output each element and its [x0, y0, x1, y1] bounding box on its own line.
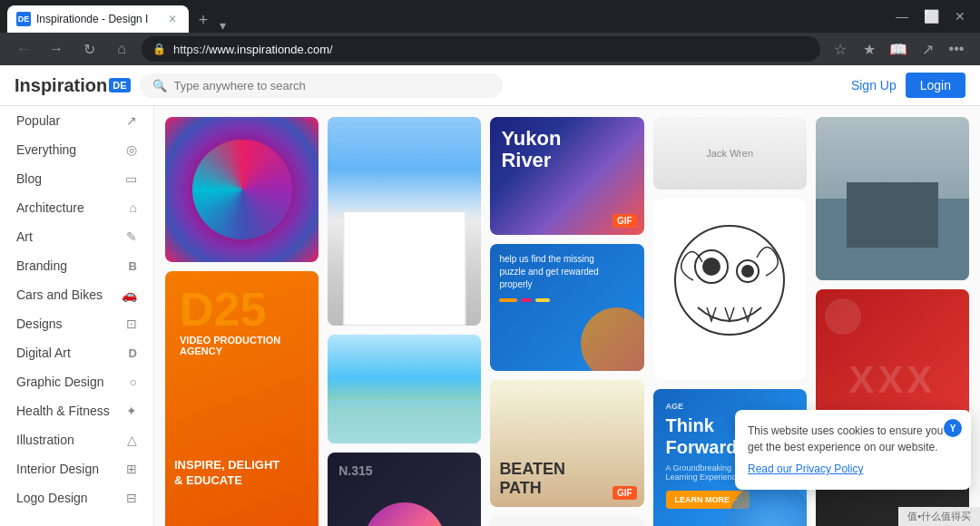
maximize-button[interactable]: ⬜: [918, 4, 944, 29]
lock-icon: 🔒: [152, 43, 166, 55]
sidebar-item-branding[interactable]: Branding B: [0, 251, 153, 280]
card-jack-wren[interactable]: Jack Wren: [653, 117, 807, 190]
popular-icon: ↗: [126, 113, 137, 128]
active-tab[interactable]: DE Inspirationde - Design I ✕: [7, 5, 189, 33]
forward-button[interactable]: →: [44, 36, 69, 62]
tab-favicon: DE: [16, 12, 31, 26]
signup-button[interactable]: Sign Up: [851, 78, 897, 93]
blog-icon: ▭: [125, 171, 137, 186]
tab-title: Inspirationde - Design I: [36, 13, 148, 25]
graphic-design-icon: ○: [130, 375, 137, 389]
bookmark-icons: ☆ ★ 📖 ↗ •••: [828, 36, 969, 62]
sidebar-item-graphic-design[interactable]: Graphic Design ○: [0, 367, 153, 396]
back-button[interactable]: ←: [11, 36, 36, 62]
site-logo: Inspiration DE: [15, 75, 131, 96]
reader-button[interactable]: 📖: [886, 36, 911, 62]
site-header: Inspiration DE 🔍 Sign Up Login: [0, 65, 980, 106]
health-icon: ✦: [126, 404, 137, 418]
address-text: https://www.inspirationde.com/: [173, 43, 809, 56]
search-icon: 🔍: [152, 79, 167, 93]
address-input[interactable]: 🔒 https://www.inspirationde.com/: [142, 36, 820, 62]
branding-icon: B: [129, 259, 137, 273]
minimize-button[interactable]: —: [889, 4, 915, 29]
privacy-policy-link[interactable]: Read our Privacy Policy: [748, 463, 863, 475]
architecture-icon: ⌂: [130, 200, 137, 215]
cookie-logo-icon: Y: [944, 419, 962, 437]
search-bar[interactable]: 🔍: [140, 73, 503, 98]
sidebar-item-logo[interactable]: Logo Design ⊟: [0, 483, 153, 512]
logo-text: Inspiration: [15, 75, 107, 96]
card-yukon-river[interactable]: YukonRiver GIF: [490, 117, 643, 235]
tab-dropdown-button[interactable]: ▾: [220, 18, 226, 33]
sidebar-item-blog[interactable]: Blog ▭: [0, 164, 153, 193]
sidebar-item-art[interactable]: Art ✎: [0, 222, 153, 251]
card-architecture-pool[interactable]: [328, 335, 481, 443]
close-window-button[interactable]: ✕: [947, 4, 973, 29]
search-input[interactable]: [174, 79, 490, 93]
address-bar: ← → ↻ ⌂ 🔒 https://www.inspirationde.com/…: [0, 33, 980, 65]
cookie-text: This website uses cookies to ensure you …: [748, 423, 958, 455]
sidebar-item-cars[interactable]: Cars and Bikes 🚗: [0, 280, 153, 309]
sidebar-item-illustration[interactable]: Illustration △: [0, 425, 153, 454]
sidebar-item-everything[interactable]: Everything ◎: [0, 135, 153, 164]
card-d25-agency[interactable]: D25 VIDEO PRODUCTIONAGENCY SERVICES DSLA…: [165, 271, 318, 526]
sidebar-item-architecture[interactable]: Architecture ⌂: [0, 193, 153, 222]
sidebar-item-interior-design[interactable]: Interior Design ⊞: [0, 454, 153, 483]
bookmark-button[interactable]: ☆: [828, 36, 853, 62]
sidebar: Popular ↗ Everything ◎ Blog ▭ Architectu…: [0, 106, 154, 526]
interior-icon: ⊞: [126, 462, 137, 476]
sidebar-item-digital-art[interactable]: Digital Art D: [0, 338, 153, 367]
digital-art-icon: D: [129, 346, 137, 360]
logo-badge: DE: [109, 78, 130, 93]
card-beaten-path[interactable]: BEATENPATH GIF: [490, 380, 643, 507]
favorites-button[interactable]: ★: [857, 36, 882, 62]
card-n315[interactable]: N.315: [328, 453, 481, 526]
sidebar-nav: Popular ↗ Everything ◎ Blog ▭ Architectu…: [0, 106, 153, 526]
illustration-icon: △: [127, 433, 137, 447]
sidebar-item-popular[interactable]: Popular ↗: [0, 106, 153, 135]
window-controls: — ⬜ ✕: [889, 4, 973, 29]
everything-icon: ◎: [126, 142, 137, 157]
new-tab-button[interactable]: +: [191, 7, 216, 33]
share-button[interactable]: ↗: [915, 36, 940, 62]
gif-badge: GIF: [612, 214, 637, 228]
browser-tabs: DE Inspirationde - Design I ✕ + ▾: [7, 0, 226, 33]
art-icon: ✎: [126, 229, 137, 244]
card-architecture-modern[interactable]: [816, 117, 969, 280]
svg-point-2: [702, 258, 720, 276]
watermark-text: 值•什么值得买: [907, 510, 971, 523]
card-architecture-exterior[interactable]: [328, 117, 481, 326]
browser-chrome: DE Inspirationde - Design I ✕ + ▾ — ⬜ ✕: [0, 0, 980, 33]
more-button[interactable]: •••: [944, 36, 969, 62]
logo-icon: ⊟: [126, 491, 137, 505]
card-abstract-sphere[interactable]: [165, 117, 318, 262]
sidebar-item-designs[interactable]: Designs ⊡: [0, 309, 153, 338]
bottom-bar: 值•什么值得买: [898, 507, 980, 526]
login-button[interactable]: Login: [906, 73, 965, 98]
designs-icon: ⊡: [126, 317, 137, 331]
card-monster[interactable]: [653, 199, 807, 380]
header-auth: Sign Up Login: [851, 73, 965, 98]
refresh-button[interactable]: ↻: [76, 36, 102, 62]
beaten-gif-badge: GIF: [612, 486, 637, 500]
card-collection[interactable]: Collection Search for your favorite bran…: [490, 516, 643, 526]
svg-point-0: [675, 226, 784, 335]
tab-close-button[interactable]: ✕: [165, 12, 180, 26]
sidebar-item-health[interactable]: Health & Fitness ✦: [0, 396, 153, 425]
svg-point-4: [741, 265, 754, 278]
card-puzzle-app[interactable]: help us find the missing puzzle and get …: [490, 244, 643, 371]
cars-icon: 🚗: [122, 287, 137, 302]
home-button[interactable]: ⌂: [109, 36, 134, 62]
cookie-banner: Y This website uses cookies to ensure yo…: [735, 410, 971, 490]
